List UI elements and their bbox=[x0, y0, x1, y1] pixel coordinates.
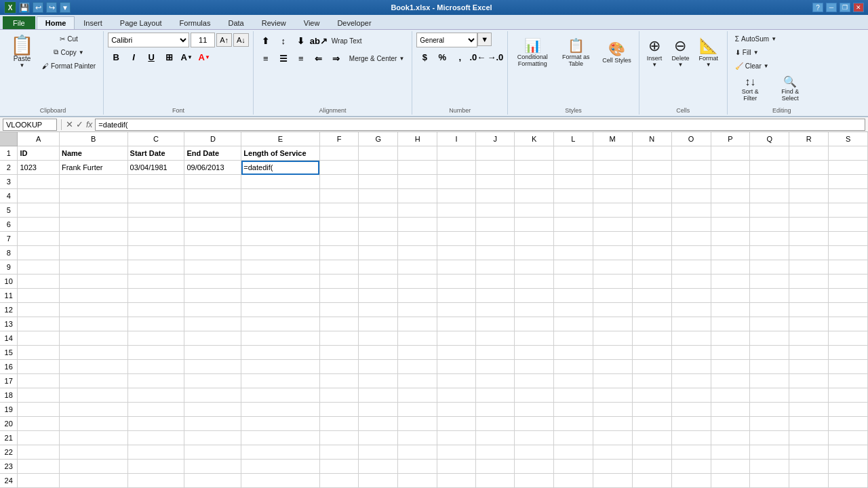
font-color-button[interactable]: A▼ bbox=[196, 49, 212, 65]
number-format-expand[interactable]: ▼ bbox=[477, 33, 492, 46]
restore-button[interactable]: ❐ bbox=[840, 3, 850, 12]
cell-o1[interactable] bbox=[671, 146, 711, 161]
row-header-18[interactable]: 18 bbox=[0, 388, 18, 403]
fill-button[interactable]: ⬇ Fill ▼ bbox=[732, 46, 762, 58]
cell-f1[interactable] bbox=[319, 146, 359, 161]
wrap-text-button[interactable]: Wrap Text bbox=[328, 33, 366, 49]
tab-insert[interactable]: Insert bbox=[75, 16, 111, 29]
bold-button[interactable]: B bbox=[108, 49, 124, 65]
col-header-i[interactable]: I bbox=[437, 132, 476, 146]
cell-k1[interactable] bbox=[515, 146, 554, 161]
font-size-input[interactable] bbox=[191, 33, 215, 47]
row-header-5[interactable]: 5 bbox=[0, 203, 18, 218]
clear-button[interactable]: 🧹 Clear ▼ bbox=[732, 60, 772, 72]
col-header-j[interactable]: J bbox=[476, 132, 515, 146]
col-header-c[interactable]: C bbox=[127, 132, 184, 146]
comma-format-button[interactable]: , bbox=[452, 49, 468, 65]
border-button[interactable]: ⊞ bbox=[161, 49, 177, 65]
row-header-16[interactable]: 16 bbox=[0, 360, 18, 374]
cell-q2[interactable] bbox=[750, 161, 789, 175]
row-header-17[interactable]: 17 bbox=[0, 374, 18, 388]
paste-button[interactable]: 📋 Paste ▼ bbox=[7, 33, 37, 72]
row-header-19[interactable]: 19 bbox=[0, 403, 18, 417]
number-format-select[interactable]: General Number Currency Date Text bbox=[416, 33, 477, 47]
name-box[interactable]: VLOOKUP bbox=[3, 119, 57, 131]
col-header-g[interactable]: G bbox=[359, 132, 398, 146]
cell-s1[interactable] bbox=[829, 146, 868, 161]
tab-developer[interactable]: Developer bbox=[328, 16, 380, 29]
cell-r2[interactable] bbox=[789, 161, 829, 175]
row-header-24[interactable]: 24 bbox=[0, 474, 18, 488]
row-header-20[interactable]: 20 bbox=[0, 417, 18, 431]
formula-input[interactable]: =datedif( bbox=[95, 119, 865, 131]
cell-o2[interactable] bbox=[671, 161, 711, 175]
formula-fx-icon[interactable]: fx bbox=[86, 120, 92, 129]
increase-indent-button[interactable]: ⇒ bbox=[328, 50, 344, 66]
row-header-8[interactable]: 8 bbox=[0, 246, 18, 260]
tab-formulas[interactable]: Formulas bbox=[171, 16, 220, 29]
conditional-formatting-button[interactable]: 📊 Conditional Formatting bbox=[512, 33, 553, 72]
increase-decimal-button[interactable]: →.0 bbox=[487, 49, 503, 65]
row-header-21[interactable]: 21 bbox=[0, 431, 18, 445]
cell-r1[interactable] bbox=[789, 146, 829, 161]
row-header-6[interactable]: 6 bbox=[0, 218, 18, 232]
autosum-button[interactable]: Σ AutoSum ▼ bbox=[732, 33, 780, 45]
font-size-decrease-button[interactable]: A↓ bbox=[233, 33, 249, 47]
col-header-b[interactable]: B bbox=[59, 132, 127, 146]
cell-p2[interactable] bbox=[711, 161, 750, 175]
minimize-button[interactable]: ─ bbox=[826, 3, 837, 12]
tab-review[interactable]: Review bbox=[253, 16, 295, 29]
cell-l2[interactable] bbox=[554, 161, 593, 175]
col-header-e[interactable]: E bbox=[241, 132, 319, 146]
align-center-button[interactable]: ☰ bbox=[275, 50, 292, 66]
copy-button[interactable]: ⧉ Copy ▼ bbox=[39, 46, 99, 58]
customize-qat-icon[interactable]: ▼ bbox=[60, 2, 71, 13]
tab-page-layout[interactable]: Page Layout bbox=[111, 16, 171, 29]
accounting-format-button[interactable]: $ bbox=[416, 49, 433, 65]
row-header-7[interactable]: 7 bbox=[0, 232, 18, 246]
row-header-22[interactable]: 22 bbox=[0, 445, 18, 460]
italic-button[interactable]: I bbox=[125, 49, 142, 65]
cell-e1[interactable]: Length of Service bbox=[241, 146, 319, 161]
decrease-decimal-button[interactable]: .0← bbox=[469, 49, 486, 65]
font-size-increase-button[interactable]: A↑ bbox=[216, 33, 232, 47]
row-header-1[interactable]: 1 bbox=[0, 146, 18, 161]
cell-j2[interactable] bbox=[476, 161, 515, 175]
col-header-s[interactable]: S bbox=[829, 132, 868, 146]
cell-b1[interactable]: Name bbox=[59, 146, 127, 161]
cell-m2[interactable] bbox=[593, 161, 632, 175]
format-painter-button[interactable]: 🖌 Format Painter bbox=[39, 60, 99, 72]
row-header-9[interactable]: 9 bbox=[0, 260, 18, 274]
col-header-o[interactable]: O bbox=[671, 132, 711, 146]
format-button[interactable]: 📐 Format ▼ bbox=[695, 33, 722, 72]
text-angle-button[interactable]: ab↗ bbox=[311, 33, 327, 49]
tab-data[interactable]: Data bbox=[219, 16, 252, 29]
col-header-f[interactable]: F bbox=[319, 132, 359, 146]
cell-c2[interactable]: 03/04/1981 bbox=[127, 161, 184, 175]
cell-n2[interactable] bbox=[632, 161, 671, 175]
align-bottom-button[interactable]: ⬇ bbox=[293, 33, 309, 49]
cell-f2[interactable] bbox=[319, 161, 359, 175]
fill-color-button[interactable]: A▼ bbox=[178, 49, 195, 65]
merge-center-button[interactable]: Merge & Center ▼ bbox=[346, 50, 408, 66]
col-header-r[interactable]: R bbox=[789, 132, 829, 146]
cut-button[interactable]: ✂ Cut bbox=[39, 33, 99, 45]
row-header-23[interactable]: 23 bbox=[0, 460, 18, 474]
cell-m1[interactable] bbox=[593, 146, 632, 161]
cell-h2[interactable] bbox=[398, 161, 437, 175]
cell-l1[interactable] bbox=[554, 146, 593, 161]
cell-i1[interactable] bbox=[437, 146, 476, 161]
col-header-h[interactable]: H bbox=[398, 132, 437, 146]
cell-p1[interactable] bbox=[711, 146, 750, 161]
tab-view[interactable]: View bbox=[295, 16, 329, 29]
col-header-q[interactable]: Q bbox=[750, 132, 789, 146]
percent-format-button[interactable]: % bbox=[434, 49, 450, 65]
row-header-3[interactable]: 3 bbox=[0, 175, 18, 189]
col-header-k[interactable]: K bbox=[515, 132, 554, 146]
cell-e2[interactable]: =datedif( bbox=[241, 161, 319, 175]
close-button[interactable]: ✕ bbox=[853, 3, 864, 12]
row-header-2[interactable]: 2 bbox=[0, 161, 18, 175]
cell-c1[interactable]: Start Date bbox=[127, 146, 184, 161]
col-header-m[interactable]: M bbox=[593, 132, 632, 146]
cell-q1[interactable] bbox=[750, 146, 789, 161]
